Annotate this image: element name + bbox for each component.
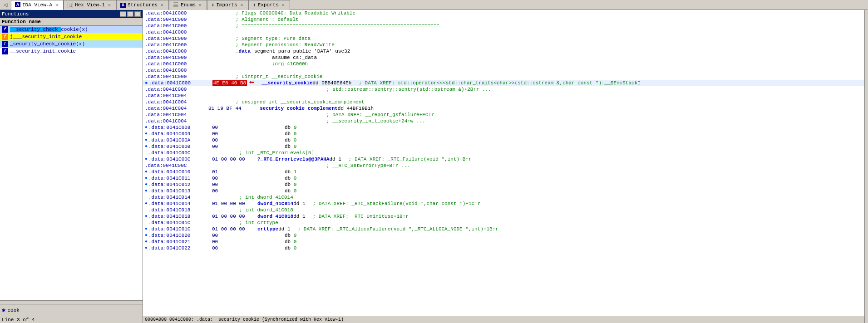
func-icon-blue2: f: [2, 41, 8, 47]
security-cookie-line: ● .data:0041C000 4E E6 40 B8 ⬅ __securit…: [143, 80, 864, 86]
bottom-status-text: 0000A000 0041C000: .data:__security_cook…: [145, 317, 344, 322]
code-line: .data:0041C00C ; __RTC_SetErrorType+B↑r …: [143, 162, 864, 169]
tab-exports-label: Exports: [258, 2, 279, 8]
exports-icon: ⬆: [253, 2, 256, 9]
function-list-header: Function name: [0, 18, 143, 26]
code-line: ● .data:0041C022 00 db 0: [143, 245, 864, 251]
tab-structures-label: Structures: [128, 2, 158, 8]
tab-imports[interactable]: ⬇ Imports ✕: [207, 0, 248, 10]
tab-structures[interactable]: A Structures ✕: [116, 0, 169, 10]
tab-structures-close[interactable]: ✕: [159, 2, 165, 8]
tab-ida-view-a[interactable]: A IDA View-A ✕: [11, 0, 64, 10]
code-line: .data:0041C000 ; Flags C0000040: Data Re…: [143, 10, 864, 16]
structures-icon: A: [120, 3, 126, 8]
func-icon-blue3: f: [2, 48, 8, 54]
code-line: .data:0041C004 B1 19 BF 44 __security_co…: [143, 105, 864, 112]
code-line: ● .data:0041C011 00 db 0: [143, 175, 864, 181]
code-line: .data:0041C000 ; Segment permissions: Re…: [143, 42, 864, 48]
code-line: ● .data:0041C00B 00 db 0: [143, 143, 864, 150]
func-name-2: j___security_init_cookie: [10, 34, 82, 39]
function-header-label: Function name: [2, 19, 41, 24]
list-item[interactable]: f _security_check_cookie(x): [0, 40, 143, 48]
tab-enums[interactable]: ☰ Enums ✕: [169, 0, 207, 10]
code-line: .data:0041C000 ; Segment type: Pure data: [143, 35, 864, 42]
code-line: ● .data:0041C009 00 db 0: [143, 131, 864, 137]
code-line: .data:0041C000: [143, 29, 864, 35]
tab-imports-label: Imports: [216, 2, 237, 8]
code-line: .data:0041C018 ; int dword_41C018: [143, 207, 864, 213]
code-line: ● .data:0041C01C 01 00 00 00 crttype dd …: [143, 226, 864, 232]
code-line: .data:0041C00C ; int _RTC_ErrorLevels[5]: [143, 150, 864, 156]
code-line: .data:0041C000 ;org 41C000h: [143, 61, 864, 67]
line-count-label: Line 3 of 4: [2, 317, 35, 323]
ida-view-a-icon: A: [15, 2, 20, 7]
left-arrow-icon: ◁: [4, 1, 7, 9]
code-line: ● .data:0041C014 01 00 00 00 dword_41C01…: [143, 201, 864, 207]
code-line: .data:0041C000 assume cs:_data: [143, 54, 864, 61]
code-line: ● .data:0041C00A 00 db 0: [143, 137, 864, 143]
tab-exports[interactable]: ⬆ Exports ✕: [249, 0, 290, 10]
code-line: ● .data:0041C008 00 db 0: [143, 124, 864, 131]
close-button[interactable]: ✕: [134, 11, 141, 17]
code-line: ● .data:0041C012 00 db 0: [143, 181, 864, 188]
code-line: .data:0041C000 ; Alignment : default: [143, 16, 864, 23]
functions-scrollbar[interactable]: [0, 300, 143, 304]
red-arrow-icon: ⬅: [249, 80, 254, 86]
functions-title: Functions: [2, 11, 29, 17]
main-area: Functions _ □ ✕ Function name f __securi…: [0, 10, 868, 323]
code-line: .data:0041C000 ; =======================…: [143, 23, 864, 29]
hex-view-1-icon: ⬚: [68, 2, 73, 8]
code-line: .data:0041C004 ; __security_init_cookie+…: [143, 118, 864, 124]
imports-icon: ⬇: [211, 2, 214, 9]
code-line: ● .data:0041C020 00 db 0: [143, 232, 864, 239]
function-list[interactable]: f __security_check_cookie(x) f j___secur…: [0, 26, 143, 300]
line-count-bar: Line 3 of 4: [0, 316, 143, 323]
func-name-3: _security_check_cookie(x): [10, 41, 85, 47]
bottom-status-bar: 0000A000 0041C000: .data:__security_cook…: [143, 316, 864, 323]
functions-titlebar: Functions _ □ ✕: [0, 10, 143, 18]
code-line: ● .data:0041C021 00 db 0: [143, 239, 864, 245]
code-view[interactable]: .data:0041C000 ; Flags C0000040: Data Re…: [143, 10, 864, 316]
func-name-4: __security_init_cookie: [10, 49, 76, 54]
titlebar-buttons: _ □ ✕: [120, 11, 141, 17]
left-panel-status: ✱ cook: [0, 304, 143, 316]
code-line: .data:0041C014 ; int dword_41C014: [143, 194, 864, 201]
status-text-cook: cook: [7, 308, 19, 313]
code-panel: .data:0041C000 ; Flags C0000040: Data Re…: [143, 10, 864, 323]
func-name-1: __security_check_cookie(x): [10, 27, 88, 32]
list-item[interactable]: f __security_check_cookie(x): [0, 26, 143, 33]
tab-bar: ◁ A IDA View-A ✕ ⬚ Hex View-1 ✕ A Struct…: [0, 0, 868, 10]
right-scrollbar[interactable]: [864, 10, 868, 323]
code-line: .data:0041C000 _data segment para public…: [143, 48, 864, 54]
code-line: ● .data:0041C010 01 db 1: [143, 169, 864, 175]
func-icon-orange: f: [2, 34, 8, 40]
code-line: .data:0041C004 ; unsigned int __security…: [143, 99, 864, 105]
code-line: .data:0041C004: [143, 93, 864, 99]
dot-indicator: ●: [145, 80, 148, 86]
code-line: .data:0041C01C ; int crttype: [143, 220, 864, 226]
tab-ida-view-a-close[interactable]: ✕: [54, 2, 59, 8]
list-item[interactable]: f j___security_init_cookie: [0, 33, 143, 40]
code-line: ● .data:0041C013 00 db 0: [143, 188, 864, 194]
tab-hex-view-1-close[interactable]: ✕: [107, 2, 112, 8]
tab-enums-label: Enums: [181, 2, 196, 8]
enums-icon: ☰: [173, 1, 179, 9]
tab-ida-view-a-label: IDA View-A: [22, 2, 52, 8]
code-line: .data:0041C004 ; DATA XREF: __report_gsf…: [143, 112, 864, 118]
functions-panel: Functions _ □ ✕ Function name f __securi…: [0, 10, 143, 323]
minimize-button[interactable]: _: [120, 11, 126, 17]
code-line: ● .data:0041C00C 01 00 00 00 ?_RTC_Error…: [143, 156, 864, 162]
list-item[interactable]: f __security_init_cookie: [0, 48, 143, 55]
highlighted-hex: 4E E6 40 B8: [212, 80, 247, 86]
gear-icon: ✱: [2, 306, 5, 314]
maximize-button[interactable]: □: [127, 11, 133, 17]
tab-imports-close[interactable]: ✕: [239, 2, 245, 8]
code-line: ● .data:0041C018 01 00 00 00 dword_41C01…: [143, 213, 864, 220]
tab-hex-view-1[interactable]: ⬚ Hex View-1 ✕: [64, 0, 116, 10]
tab-enums-close[interactable]: ✕: [197, 2, 203, 8]
code-line: .data:0041C000: [143, 67, 864, 73]
tab-exports-close[interactable]: ✕: [281, 2, 286, 8]
func-icon-blue: f: [2, 26, 8, 33]
tab-hex-view-1-label: Hex View-1: [75, 2, 105, 8]
